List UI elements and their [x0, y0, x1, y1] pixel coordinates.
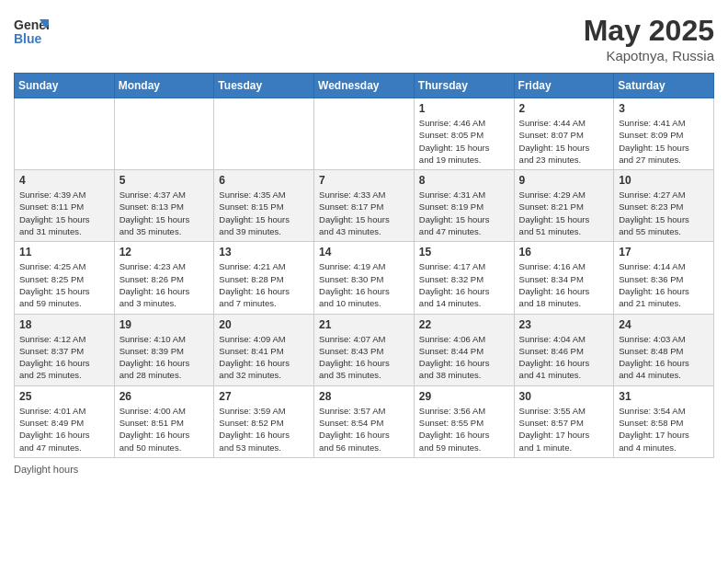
calendar-cell [114, 98, 214, 170]
calendar-week-row: 25Sunrise: 4:01 AM Sunset: 8:49 PM Dayli… [15, 385, 714, 457]
calendar-week-row: 11Sunrise: 4:25 AM Sunset: 8:25 PM Dayli… [15, 242, 714, 314]
column-header-tuesday: Tuesday [214, 74, 314, 98]
column-header-monday: Monday [114, 74, 214, 98]
calendar-cell: 8Sunrise: 4:31 AM Sunset: 8:19 PM Daylig… [414, 170, 514, 242]
page-header: General Blue May 2025 Kapotnya, Russia [14, 14, 714, 63]
day-info: Sunrise: 4:14 AM Sunset: 8:36 PM Dayligh… [619, 260, 709, 309]
title-location: Kapotnya, Russia [584, 48, 714, 63]
calendar-cell: 13Sunrise: 4:21 AM Sunset: 8:28 PM Dayli… [214, 242, 314, 314]
day-info: Sunrise: 4:03 AM Sunset: 8:48 PM Dayligh… [619, 333, 709, 382]
calendar-cell [15, 98, 115, 170]
day-info: Sunrise: 4:17 AM Sunset: 8:32 PM Dayligh… [419, 260, 509, 309]
logo: General Blue [14, 14, 49, 51]
day-number: 29 [419, 390, 509, 403]
calendar-cell: 14Sunrise: 4:19 AM Sunset: 8:30 PM Dayli… [314, 242, 415, 314]
day-info: Sunrise: 3:55 AM Sunset: 8:57 PM Dayligh… [519, 405, 609, 454]
calendar-week-row: 1Sunrise: 4:46 AM Sunset: 8:05 PM Daylig… [15, 98, 714, 170]
day-info: Sunrise: 4:33 AM Sunset: 8:17 PM Dayligh… [319, 189, 409, 237]
day-number: 14 [319, 246, 409, 259]
day-info: Sunrise: 4:41 AM Sunset: 8:09 PM Dayligh… [619, 117, 709, 166]
day-number: 13 [219, 246, 309, 259]
calendar-header-row: SundayMondayTuesdayWednesdayThursdayFrid… [15, 74, 714, 98]
column-header-friday: Friday [514, 74, 614, 98]
calendar-cell [214, 98, 314, 170]
day-info: Sunrise: 4:21 AM Sunset: 8:28 PM Dayligh… [219, 260, 309, 309]
day-number: 7 [319, 174, 409, 187]
calendar-cell: 27Sunrise: 3:59 AM Sunset: 8:52 PM Dayli… [214, 385, 314, 457]
calendar-cell: 9Sunrise: 4:29 AM Sunset: 8:21 PM Daylig… [514, 170, 614, 242]
day-info: Sunrise: 4:01 AM Sunset: 8:49 PM Dayligh… [19, 405, 109, 454]
day-info: Sunrise: 4:27 AM Sunset: 8:23 PM Dayligh… [619, 189, 709, 237]
day-number: 1 [419, 102, 509, 115]
day-info: Sunrise: 4:09 AM Sunset: 8:41 PM Dayligh… [219, 333, 309, 382]
calendar-cell: 21Sunrise: 4:07 AM Sunset: 8:43 PM Dayli… [314, 314, 415, 385]
svg-text:Blue: Blue [14, 31, 42, 46]
calendar-cell: 17Sunrise: 4:14 AM Sunset: 8:36 PM Dayli… [614, 242, 714, 314]
title-month: May 2025 [584, 14, 714, 48]
day-info: Sunrise: 4:19 AM Sunset: 8:30 PM Dayligh… [319, 260, 409, 309]
day-info: Sunrise: 4:06 AM Sunset: 8:44 PM Dayligh… [419, 333, 509, 382]
day-number: 12 [119, 246, 210, 259]
day-info: Sunrise: 4:25 AM Sunset: 8:25 PM Dayligh… [19, 260, 109, 309]
day-number: 22 [419, 318, 509, 331]
day-number: 21 [319, 318, 409, 331]
day-number: 4 [19, 174, 109, 187]
calendar-cell [314, 98, 415, 170]
footer: Daylight hours [14, 464, 714, 475]
column-header-sunday: Sunday [15, 74, 115, 98]
calendar-cell: 3Sunrise: 4:41 AM Sunset: 8:09 PM Daylig… [614, 98, 714, 170]
calendar-week-row: 18Sunrise: 4:12 AM Sunset: 8:37 PM Dayli… [15, 314, 714, 385]
day-number: 8 [419, 174, 509, 187]
calendar-cell: 4Sunrise: 4:39 AM Sunset: 8:11 PM Daylig… [15, 170, 115, 242]
day-number: 23 [519, 318, 609, 331]
day-number: 26 [119, 390, 210, 403]
day-info: Sunrise: 4:31 AM Sunset: 8:19 PM Dayligh… [419, 189, 509, 237]
calendar-cell: 25Sunrise: 4:01 AM Sunset: 8:49 PM Dayli… [15, 385, 115, 457]
calendar-cell: 28Sunrise: 3:57 AM Sunset: 8:54 PM Dayli… [314, 385, 415, 457]
day-info: Sunrise: 3:59 AM Sunset: 8:52 PM Dayligh… [219, 405, 309, 454]
day-info: Sunrise: 3:56 AM Sunset: 8:55 PM Dayligh… [419, 405, 509, 454]
calendar-cell: 6Sunrise: 4:35 AM Sunset: 8:15 PM Daylig… [214, 170, 314, 242]
calendar-cell: 19Sunrise: 4:10 AM Sunset: 8:39 PM Dayli… [114, 314, 214, 385]
day-number: 20 [219, 318, 309, 331]
day-number: 24 [619, 318, 709, 331]
day-number: 18 [19, 318, 109, 331]
day-info: Sunrise: 4:07 AM Sunset: 8:43 PM Dayligh… [319, 333, 409, 382]
day-number: 6 [219, 174, 309, 187]
calendar-cell: 29Sunrise: 3:56 AM Sunset: 8:55 PM Dayli… [414, 385, 514, 457]
calendar-cell: 24Sunrise: 4:03 AM Sunset: 8:48 PM Dayli… [614, 314, 714, 385]
calendar-cell: 22Sunrise: 4:06 AM Sunset: 8:44 PM Dayli… [414, 314, 514, 385]
column-header-saturday: Saturday [614, 74, 714, 98]
day-number: 30 [519, 390, 609, 403]
column-header-wednesday: Wednesday [314, 74, 415, 98]
day-number: 9 [519, 174, 609, 187]
calendar-cell: 10Sunrise: 4:27 AM Sunset: 8:23 PM Dayli… [614, 170, 714, 242]
day-number: 25 [19, 390, 109, 403]
day-info: Sunrise: 4:12 AM Sunset: 8:37 PM Dayligh… [19, 333, 109, 382]
calendar-cell: 11Sunrise: 4:25 AM Sunset: 8:25 PM Dayli… [15, 242, 115, 314]
daylight-label: Daylight hours [14, 464, 78, 475]
calendar-cell: 15Sunrise: 4:17 AM Sunset: 8:32 PM Dayli… [414, 242, 514, 314]
day-number: 10 [619, 174, 709, 187]
calendar-cell: 31Sunrise: 3:54 AM Sunset: 8:58 PM Dayli… [614, 385, 714, 457]
day-info: Sunrise: 4:37 AM Sunset: 8:13 PM Dayligh… [119, 189, 210, 237]
day-info: Sunrise: 4:23 AM Sunset: 8:26 PM Dayligh… [119, 260, 210, 309]
day-info: Sunrise: 3:54 AM Sunset: 8:58 PM Dayligh… [619, 405, 709, 454]
calendar-cell: 5Sunrise: 4:37 AM Sunset: 8:13 PM Daylig… [114, 170, 214, 242]
day-info: Sunrise: 4:10 AM Sunset: 8:39 PM Dayligh… [119, 333, 210, 382]
day-info: Sunrise: 4:46 AM Sunset: 8:05 PM Dayligh… [419, 117, 509, 166]
day-number: 15 [419, 246, 509, 259]
day-info: Sunrise: 4:35 AM Sunset: 8:15 PM Dayligh… [219, 189, 309, 237]
calendar-cell: 23Sunrise: 4:04 AM Sunset: 8:46 PM Dayli… [514, 314, 614, 385]
calendar-cell: 7Sunrise: 4:33 AM Sunset: 8:17 PM Daylig… [314, 170, 415, 242]
day-number: 17 [619, 246, 709, 259]
calendar-week-row: 4Sunrise: 4:39 AM Sunset: 8:11 PM Daylig… [15, 170, 714, 242]
calendar-cell: 30Sunrise: 3:55 AM Sunset: 8:57 PM Dayli… [514, 385, 614, 457]
day-number: 2 [519, 102, 609, 115]
day-number: 5 [119, 174, 210, 187]
day-info: Sunrise: 4:04 AM Sunset: 8:46 PM Dayligh… [519, 333, 609, 382]
day-number: 11 [19, 246, 109, 259]
calendar-cell: 20Sunrise: 4:09 AM Sunset: 8:41 PM Dayli… [214, 314, 314, 385]
day-info: Sunrise: 4:16 AM Sunset: 8:34 PM Dayligh… [519, 260, 609, 309]
day-number: 27 [219, 390, 309, 403]
